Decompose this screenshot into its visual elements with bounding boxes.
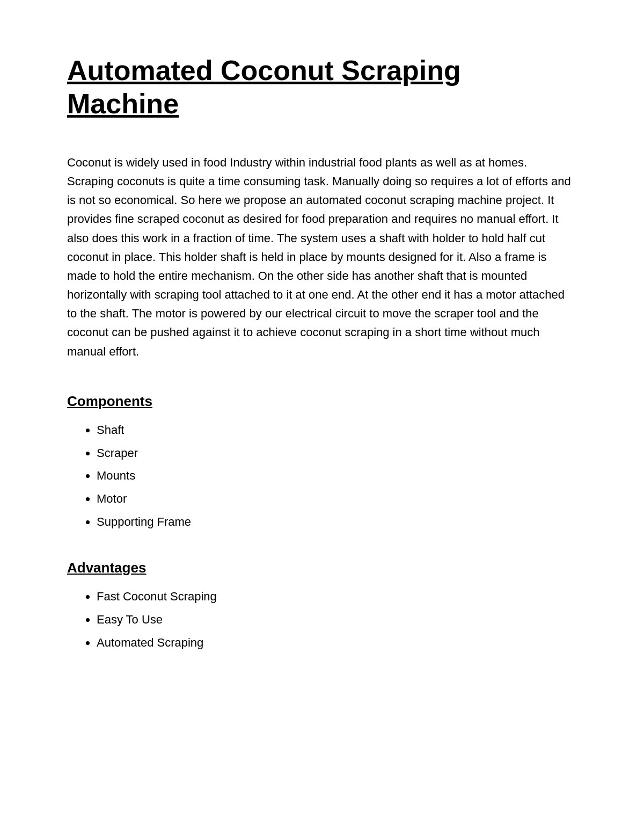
list-item: Scraper bbox=[97, 443, 577, 465]
advantages-section: Advantages Fast Coconut ScrapingEasy To … bbox=[67, 560, 577, 654]
components-list: ShaftScraperMountsMotorSupporting Frame bbox=[67, 419, 577, 533]
advantages-heading: Advantages bbox=[67, 560, 577, 576]
components-section: Components ShaftScraperMountsMotorSuppor… bbox=[67, 393, 577, 533]
components-heading: Components bbox=[67, 393, 577, 410]
list-item: Shaft bbox=[97, 419, 577, 441]
advantages-list: Fast Coconut ScrapingEasy To UseAutomate… bbox=[67, 586, 577, 654]
list-item: Automated Scraping bbox=[97, 632, 577, 654]
list-item: Mounts bbox=[97, 465, 577, 487]
list-item: Motor bbox=[97, 488, 577, 510]
page-title: Automated Coconut Scraping Machine bbox=[67, 54, 577, 121]
intro-paragraph: Coconut is widely used in food Industry … bbox=[67, 153, 577, 361]
page-container: Automated Coconut Scraping Machine Cocon… bbox=[0, 0, 644, 834]
list-item: Easy To Use bbox=[97, 609, 577, 631]
list-item: Fast Coconut Scraping bbox=[97, 586, 577, 608]
list-item: Supporting Frame bbox=[97, 511, 577, 533]
